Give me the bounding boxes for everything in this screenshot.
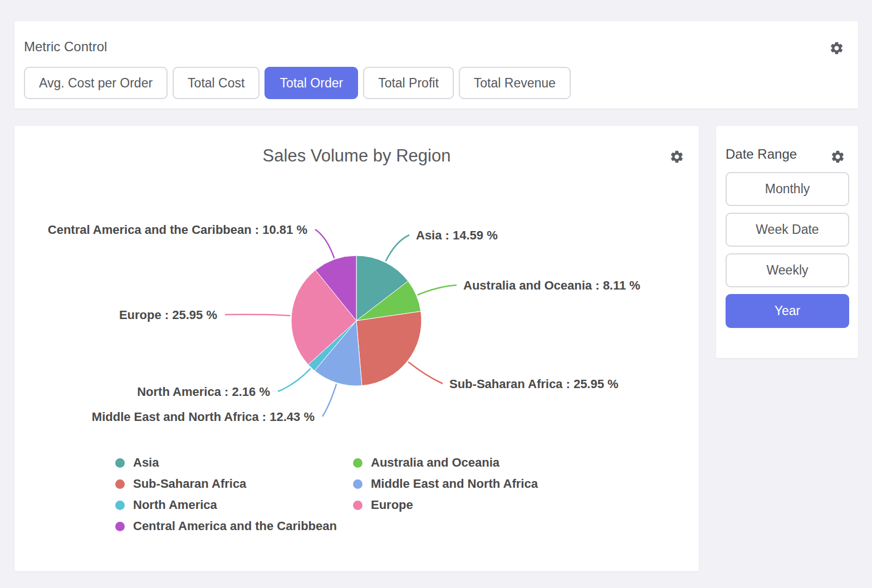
legend-item-asia[interactable]: Asia [115, 455, 353, 471]
metric-button-total-profit[interactable]: Total Profit [363, 67, 454, 99]
legend-dot-middle-east-and-north-africa [353, 479, 362, 489]
metric-button-total-order[interactable]: Total Order [264, 67, 358, 99]
legend-item-australia-and-oceania[interactable]: Australia and Oceania [353, 455, 538, 471]
legend-item-north-america[interactable]: North America [115, 497, 353, 513]
legend-label: Asia [133, 455, 159, 470]
legend-dot-central-america-and-the-caribbean [115, 522, 125, 531]
gear-icon [830, 149, 845, 166]
legend-dot-australia-and-oceania [353, 458, 362, 468]
gear-icon [829, 41, 844, 57]
date-range-button-year[interactable]: Year [726, 294, 849, 328]
legend-item-central-america-and-the-caribbean[interactable]: Central America and the Caribbean [115, 518, 353, 534]
date-range-settings-button[interactable] [828, 148, 847, 167]
date-range-button-weekly[interactable]: Weekly [726, 253, 849, 287]
legend-item-middle-east-and-north-africa[interactable]: Middle East and North Africa [353, 476, 538, 492]
label-connector-asia [386, 235, 409, 261]
legend-label: Central America and the Caribbean [133, 519, 337, 533]
chart-legend: AsiaAustralia and OceaniaSub-Saharan Afr… [115, 455, 538, 534]
legend-dot-asia [115, 458, 125, 468]
metric-button-avg-cost-per-order[interactable]: Avg. Cost per Order [24, 67, 168, 99]
slice-label-sub-saharan-africa: Sub-Saharan Africa : 25.95 % [449, 377, 619, 391]
label-connector-europe [225, 315, 290, 316]
label-connector-middle-east-and-north-africa [322, 384, 336, 416]
pie-chart: Asia : 14.59 %Australia and Oceania : 8.… [14, 126, 699, 449]
slice-label-north-america: North America : 2.16 % [137, 385, 270, 399]
label-connector-north-america [278, 369, 311, 391]
slice-label-europe: Europe : 25.95 % [119, 308, 217, 322]
metric-settings-button[interactable] [827, 40, 846, 58]
label-connector-sub-saharan-africa [408, 362, 443, 384]
label-connector-australia-and-oceania [418, 285, 457, 295]
legend-label: Middle East and North Africa [371, 477, 538, 491]
legend-label: North America [133, 498, 217, 512]
date-range-button-monthly[interactable]: Monthly [726, 172, 849, 206]
label-connector-central-america-and-the-caribbean [315, 229, 334, 258]
legend-item-europe[interactable]: Europe [353, 497, 538, 513]
date-button-group: MonthlyWeek DateWeeklyYear [726, 172, 849, 328]
legend-label: Sub-Saharan Africa [133, 477, 246, 491]
metric-control-title: Metric Control [24, 39, 107, 55]
legend-dot-north-america [115, 501, 125, 510]
slice-label-middle-east-and-north-africa: Middle East and North Africa : 12.43 % [92, 410, 315, 424]
pie-slice-sub-saharan-africa[interactable] [356, 311, 422, 385]
sales-volume-chart-panel: Sales Volume by Region Asia : 14.59 %Aus… [14, 126, 699, 571]
slice-label-central-america-and-the-caribbean: Central America and the Caribbean : 10.8… [48, 223, 307, 237]
date-range-button-week-date[interactable]: Week Date [726, 213, 849, 247]
metric-control-panel: Metric Control Avg. Cost per OrderTotal … [14, 21, 858, 109]
metric-button-group: Avg. Cost per OrderTotal CostTotal Order… [24, 67, 571, 99]
legend-label: Australia and Oceania [371, 455, 499, 470]
slice-label-asia: Asia : 14.59 % [416, 228, 498, 242]
legend-dot-europe [353, 501, 362, 510]
date-range-title: Date Range [726, 146, 797, 162]
metric-button-total-cost[interactable]: Total Cost [173, 67, 259, 99]
date-range-panel: Date Range MonthlyWeek DateWeeklyYear [716, 126, 858, 358]
legend-item-sub-saharan-africa[interactable]: Sub-Saharan Africa [115, 476, 353, 492]
legend-label: Europe [371, 498, 413, 512]
legend-dot-sub-saharan-africa [115, 479, 125, 489]
dashboard: { "metric_control": { "title": "Metric C… [0, 0, 872, 588]
slice-label-australia-and-oceania: Australia and Oceania : 8.11 % [463, 278, 640, 292]
metric-button-total-revenue[interactable]: Total Revenue [459, 67, 571, 99]
